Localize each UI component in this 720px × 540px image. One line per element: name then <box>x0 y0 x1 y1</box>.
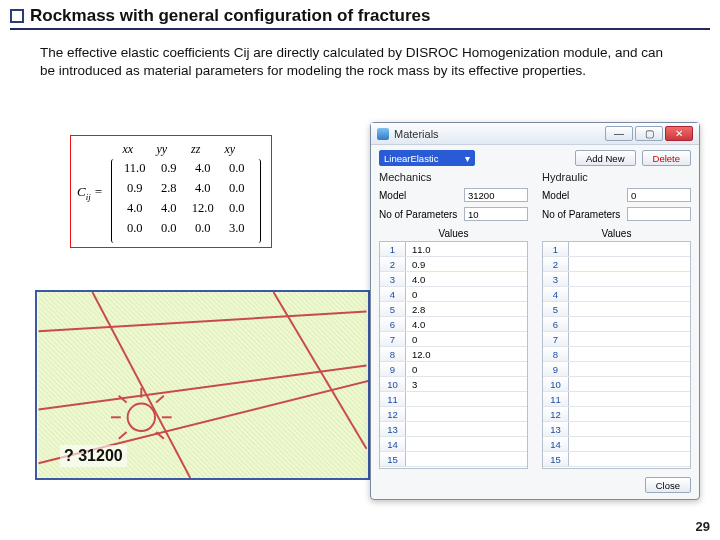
row-number: 14 <box>380 437 406 451</box>
row-value[interactable]: 3 <box>406 377 527 391</box>
table-row[interactable]: 20.9 <box>380 257 527 272</box>
row-value[interactable] <box>569 422 690 436</box>
table-row[interactable]: 103 <box>380 377 527 392</box>
table-row[interactable]: 8 <box>543 347 690 362</box>
row-value[interactable]: 12.0 <box>406 347 527 361</box>
table-row[interactable]: 13 <box>543 422 690 437</box>
table-row[interactable]: 64.0 <box>380 317 527 332</box>
table-row[interactable]: 14 <box>380 437 527 452</box>
titlebar[interactable]: Materials — ▢ ✕ <box>371 123 699 145</box>
row-value[interactable]: 0 <box>406 362 527 376</box>
hyd-model-input[interactable]: 0 <box>627 188 691 202</box>
row-value[interactable] <box>569 302 690 316</box>
mech-model-input[interactable]: 31200 <box>464 188 528 202</box>
row-value[interactable] <box>406 407 527 421</box>
table-row[interactable]: 70 <box>380 332 527 347</box>
table-row[interactable]: 40 <box>380 287 527 302</box>
matrix-cell: 11.0 <box>118 161 152 181</box>
table-row[interactable]: 812.0 <box>380 347 527 362</box>
hyd-values-header: Values <box>542 228 691 239</box>
table-row[interactable]: 90 <box>380 362 527 377</box>
page-number: 29 <box>696 519 710 534</box>
table-row[interactable]: 15 <box>380 452 527 467</box>
add-new-button[interactable]: Add New <box>575 150 636 166</box>
row-number: 1 <box>380 242 406 256</box>
row-number: 11 <box>380 392 406 406</box>
table-row[interactable]: 4 <box>543 287 690 302</box>
table-row[interactable]: 11 <box>380 392 527 407</box>
title-bullet-icon <box>10 9 24 23</box>
row-value[interactable] <box>406 437 527 451</box>
row-value[interactable]: 11.0 <box>406 242 527 256</box>
matrix-cell: 0.0 <box>152 221 186 241</box>
row-number: 8 <box>543 347 569 361</box>
materials-window: Materials — ▢ ✕ LinearElastic ▾ Add New … <box>370 122 700 500</box>
row-number: 12 <box>380 407 406 421</box>
hydraulic-title: Hydraulic <box>542 171 691 183</box>
row-value[interactable] <box>569 287 690 301</box>
row-value[interactable] <box>569 242 690 256</box>
row-value[interactable] <box>569 437 690 451</box>
table-row[interactable]: 111.0 <box>380 242 527 257</box>
row-number: 5 <box>543 302 569 316</box>
row-value[interactable] <box>406 452 527 466</box>
material-type-dropdown[interactable]: LinearElastic ▾ <box>379 150 475 166</box>
row-value[interactable]: 4.0 <box>406 272 527 286</box>
table-row[interactable]: 3 <box>543 272 690 287</box>
table-row[interactable]: 15 <box>543 452 690 467</box>
table-row[interactable]: 12 <box>380 407 527 422</box>
row-number: 9 <box>543 362 569 376</box>
table-row[interactable]: 14 <box>543 437 690 452</box>
table-row[interactable]: 52.8 <box>380 302 527 317</box>
hydraulic-values-grid[interactable]: 123456789101112131415 <box>542 241 691 469</box>
row-value[interactable] <box>569 347 690 361</box>
matrix-col-yy: yy <box>145 142 179 157</box>
close-button[interactable]: Close <box>645 477 691 493</box>
row-number: 14 <box>543 437 569 451</box>
row-value[interactable]: 4.0 <box>406 317 527 331</box>
cij-matrix: Cij = xx yy zz xy 11.00.94.00.00.92.84.0… <box>70 135 272 248</box>
row-value[interactable] <box>406 422 527 436</box>
row-value[interactable] <box>569 257 690 271</box>
row-value[interactable]: 2.8 <box>406 302 527 316</box>
mech-nop-input[interactable]: 10 <box>464 207 528 221</box>
table-row[interactable]: 13 <box>380 422 527 437</box>
delete-button[interactable]: Delete <box>642 150 691 166</box>
row-number: 11 <box>543 392 569 406</box>
row-value[interactable] <box>569 272 690 286</box>
slide: Rockmass with general configuration of f… <box>0 0 720 540</box>
matrix-cell: 4.0 <box>152 201 186 221</box>
row-value[interactable] <box>569 452 690 466</box>
row-value[interactable] <box>569 362 690 376</box>
table-row[interactable]: 12 <box>543 407 690 422</box>
table-row[interactable]: 7 <box>543 332 690 347</box>
table-row[interactable]: 11 <box>543 392 690 407</box>
table-row[interactable]: 5 <box>543 302 690 317</box>
maximize-button[interactable]: ▢ <box>635 126 663 141</box>
matrix-col-zz: zz <box>179 142 213 157</box>
hyd-nop-input[interactable] <box>627 207 691 221</box>
table-row[interactable]: 1 <box>543 242 690 257</box>
row-value[interactable] <box>569 332 690 346</box>
table-row[interactable]: 10 <box>543 377 690 392</box>
row-value[interactable]: 0 <box>406 332 527 346</box>
table-row[interactable]: 2 <box>543 257 690 272</box>
row-value[interactable] <box>569 407 690 421</box>
matrix-cell: 0.0 <box>186 221 220 241</box>
matrix-cell: 0.9 <box>118 181 152 201</box>
table-row[interactable]: 6 <box>543 317 690 332</box>
row-value[interactable] <box>569 377 690 391</box>
matrix-cell: 4.0 <box>186 181 220 201</box>
table-row[interactable]: 34.0 <box>380 272 527 287</box>
row-value[interactable]: 0.9 <box>406 257 527 271</box>
row-value[interactable] <box>569 392 690 406</box>
row-value[interactable] <box>406 392 527 406</box>
minimize-button[interactable]: — <box>605 126 633 141</box>
matrix-cell: 0.0 <box>220 161 254 181</box>
table-row[interactable]: 9 <box>543 362 690 377</box>
row-value[interactable]: 0 <box>406 287 527 301</box>
close-window-button[interactable]: ✕ <box>665 126 693 141</box>
row-value[interactable] <box>569 317 690 331</box>
mechanics-values-grid[interactable]: 111.020.934.04052.864.070812.09010311121… <box>379 241 528 469</box>
hydraulic-panel: Hydraulic Model 0 No of Parameters Value… <box>542 171 691 469</box>
